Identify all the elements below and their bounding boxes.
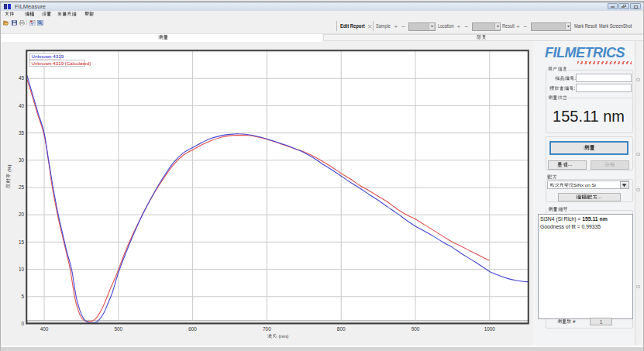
svg-text:900: 900 bbox=[412, 326, 420, 332]
svg-text:700: 700 bbox=[263, 326, 271, 332]
svg-text:40: 40 bbox=[19, 103, 25, 108]
svg-text:Unknown-4319 (Calculated): Unknown-4319 (Calculated) bbox=[32, 60, 91, 66]
svg-text:600: 600 bbox=[188, 326, 197, 332]
svg-text:(%): (%) bbox=[6, 164, 12, 172]
svg-text:0: 0 bbox=[21, 321, 24, 326]
svg-text:35: 35 bbox=[19, 130, 25, 136]
svg-text:10: 10 bbox=[19, 267, 25, 272]
svg-text:30: 30 bbox=[19, 157, 25, 163]
svg-text:20: 20 bbox=[19, 212, 25, 217]
svg-text:500: 500 bbox=[114, 326, 122, 332]
svg-text:400: 400 bbox=[40, 326, 49, 332]
svg-text:Unknown-4319: Unknown-4319 bbox=[32, 53, 64, 59]
svg-text:5: 5 bbox=[21, 294, 24, 299]
svg-text:800: 800 bbox=[337, 326, 346, 332]
svg-text:25: 25 bbox=[19, 184, 25, 190]
svg-text:(nm): (nm) bbox=[279, 333, 289, 339]
svg-text:1000: 1000 bbox=[484, 326, 496, 332]
svg-text:45: 45 bbox=[19, 75, 25, 81]
svg-text:15: 15 bbox=[19, 239, 25, 245]
